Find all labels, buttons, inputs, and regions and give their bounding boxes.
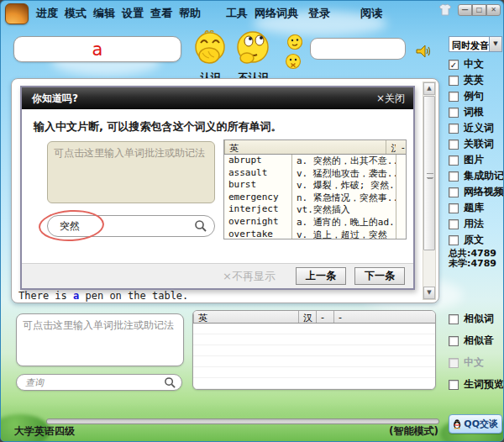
checkbox-icon[interactable] bbox=[449, 219, 459, 229]
checkbox-icon[interactable] bbox=[449, 139, 459, 150]
hint-smiley-icon[interactable] bbox=[286, 34, 304, 54]
menu-item[interactable]: 登录 bbox=[308, 6, 330, 21]
checkbox-icon[interactable] bbox=[449, 336, 459, 346]
app-logo-icon bbox=[5, 3, 29, 24]
qq-penguin-icon bbox=[453, 417, 461, 431]
tip-dialog-footer: ×不再显示 上一条 下一条 bbox=[22, 263, 413, 288]
display-option[interactable]: 用法 bbox=[449, 218, 504, 229]
minimize-button[interactable]: — bbox=[458, 4, 472, 16]
display-option[interactable]: 网络视频 bbox=[449, 187, 504, 197]
menu-item[interactable]: 模式 bbox=[65, 6, 87, 21]
checkbox-icon[interactable] bbox=[449, 358, 459, 368]
query-input[interactable] bbox=[25, 377, 164, 387]
table-row[interactable]: overtake v. 追上，超过，突然 bbox=[224, 229, 406, 239]
table-row[interactable]: assault v. 猛烈地攻击，袭击... bbox=[224, 167, 406, 180]
close-button[interactable]: ✕ bbox=[486, 4, 501, 16]
display-option[interactable]: 中文 bbox=[449, 59, 504, 70]
dialog-search-input[interactable] bbox=[60, 220, 194, 232]
know-button[interactable]: 认识 bbox=[191, 30, 230, 85]
option-label: 网络视频 bbox=[464, 185, 504, 199]
vertical-scrollbar[interactable]: ▲ ▼ bbox=[423, 82, 436, 300]
word-zh: v. 爆裂，炸破; 突然... bbox=[291, 179, 396, 192]
query-search-box[interactable] bbox=[16, 374, 182, 391]
word-zh: a. 通宵的，晚上的ad... bbox=[291, 216, 396, 229]
skin-icon[interactable] bbox=[438, 3, 454, 17]
checkbox-icon[interactable] bbox=[449, 60, 459, 70]
menu-item[interactable]: 阅读 bbox=[360, 6, 382, 21]
next-button[interactable]: 下一条 bbox=[354, 267, 405, 285]
qq-chat-button[interactable]: QQ交谈 bbox=[449, 414, 502, 434]
search-icon[interactable] bbox=[164, 376, 176, 389]
dialog-note-input[interactable] bbox=[47, 141, 215, 203]
display-options: 中文 英英 例句 词根 近义词 关联词 bbox=[449, 59, 504, 250]
menu-item[interactable]: 进度 bbox=[36, 6, 58, 21]
extra-option[interactable]: 相似音 bbox=[449, 335, 504, 346]
checkbox-icon[interactable] bbox=[449, 76, 459, 86]
checkbox-icon[interactable] bbox=[449, 124, 459, 134]
menu-item[interactable]: 帮助 bbox=[179, 6, 201, 21]
scrollbar-thumb[interactable] bbox=[423, 96, 435, 250]
column-header bbox=[431, 311, 435, 323]
table-row[interactable]: interject vt.突然插入 bbox=[224, 203, 406, 216]
checkbox-icon[interactable] bbox=[449, 92, 459, 102]
menu-item[interactable]: 网络词典 bbox=[255, 6, 298, 21]
checkbox-icon[interactable] bbox=[449, 155, 459, 166]
display-option[interactable]: 原文 bbox=[449, 234, 504, 245]
checkbox-icon[interactable] bbox=[449, 380, 459, 390]
display-option[interactable]: 词根 bbox=[449, 107, 504, 118]
menu-item[interactable]: 编辑 bbox=[93, 6, 115, 21]
option-label: 原文 bbox=[464, 233, 484, 247]
display-option[interactable]: 集成助记 bbox=[449, 171, 504, 182]
word-en: emergency bbox=[224, 192, 291, 204]
extra-option[interactable]: 生词预览 bbox=[449, 379, 504, 390]
voice-mode-select[interactable]: 同时发音 ▼ bbox=[449, 36, 502, 52]
mode-label: (智能模式) bbox=[389, 424, 438, 439]
extra-option[interactable]: 中文 bbox=[449, 357, 504, 368]
chevron-down-icon[interactable]: ▼ bbox=[489, 37, 501, 51]
word-table-body: abrupt a. 突然的，出其不意... assault v. 猛烈地攻击，袭… bbox=[224, 155, 406, 239]
speaker-icon[interactable] bbox=[414, 42, 433, 61]
menu-item[interactable]: 查看 bbox=[150, 6, 172, 21]
display-option[interactable]: 图片 bbox=[449, 155, 504, 166]
restore-button[interactable]: □ bbox=[472, 4, 486, 16]
dont-show-again[interactable]: ×不再显示 bbox=[223, 269, 276, 284]
table-row[interactable]: abrupt a. 突然的，出其不意... bbox=[224, 155, 406, 167]
table-row[interactable]: emergency n. 紧急情况，突然事... bbox=[224, 192, 406, 204]
scroll-up-icon[interactable]: ▲ bbox=[423, 82, 435, 95]
column-header: - bbox=[333, 311, 431, 323]
dont-know-button[interactable]: 不认识 bbox=[234, 29, 273, 85]
display-option[interactable]: 例句 bbox=[449, 91, 504, 102]
checkbox-icon[interactable] bbox=[449, 108, 459, 118]
column-header: 汉 bbox=[298, 311, 316, 323]
checkbox-icon[interactable] bbox=[449, 187, 459, 197]
table-row[interactable]: burst v. 爆裂，炸破; 突然... bbox=[224, 179, 406, 192]
spell-input[interactable] bbox=[310, 38, 406, 60]
word-en: burst bbox=[224, 179, 291, 192]
voice-mode-value: 同时发音 bbox=[449, 37, 489, 51]
tip-dialog-close[interactable]: ×关闭 bbox=[376, 92, 405, 106]
checkbox-icon[interactable] bbox=[449, 203, 459, 213]
checkbox-icon[interactable] bbox=[449, 235, 459, 245]
empty-row bbox=[193, 356, 435, 367]
extra-option[interactable]: 相似词 bbox=[449, 313, 504, 324]
menu-item[interactable]: 设置 bbox=[122, 6, 144, 21]
scroll-down-icon[interactable]: ▼ bbox=[423, 287, 435, 299]
option-label: 英英 bbox=[464, 73, 484, 87]
search-icon[interactable] bbox=[194, 219, 207, 233]
display-option[interactable]: 近义词 bbox=[449, 123, 504, 134]
checkbox-icon[interactable] bbox=[449, 171, 459, 182]
display-option[interactable]: 题库 bbox=[449, 203, 504, 213]
note-input[interactable] bbox=[16, 313, 184, 366]
current-word-box[interactable]: a bbox=[13, 36, 181, 62]
option-label: 中文 bbox=[464, 355, 484, 370]
menu-item[interactable]: 工具 bbox=[226, 6, 248, 21]
example-sentence: There is a pen on the table. bbox=[18, 290, 188, 302]
prev-button[interactable]: 上一条 bbox=[296, 267, 346, 285]
dialog-search-box[interactable] bbox=[47, 215, 215, 237]
display-option[interactable]: 英英 bbox=[449, 75, 504, 86]
quiet-smiley-icon[interactable] bbox=[284, 53, 302, 74]
word-zh: vt.突然插入 bbox=[291, 203, 396, 216]
display-option[interactable]: 关联词 bbox=[449, 139, 504, 150]
checkbox-icon[interactable] bbox=[449, 314, 459, 324]
table-row[interactable]: overnight a. 通宵的，晚上的ad... bbox=[224, 216, 406, 229]
